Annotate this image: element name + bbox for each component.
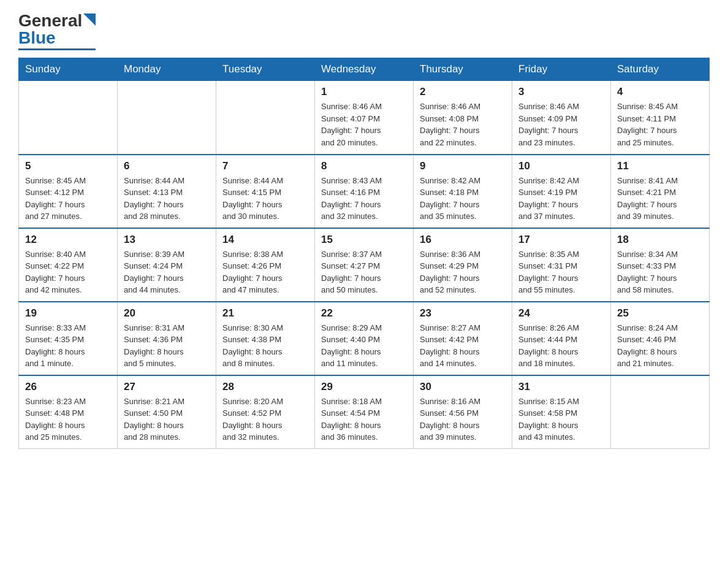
day-number: 18 <box>617 234 703 246</box>
calendar-cell: 24Sunrise: 8:26 AM Sunset: 4:44 PM Dayli… <box>512 302 611 375</box>
day-number: 30 <box>420 381 506 393</box>
calendar-cell: 9Sunrise: 8:42 AM Sunset: 4:18 PM Daylig… <box>414 155 512 228</box>
calendar-cell: 19Sunrise: 8:33 AM Sunset: 4:35 PM Dayli… <box>19 302 118 375</box>
column-header-thursday: Thursday <box>414 58 512 81</box>
day-info: Sunrise: 8:16 AM Sunset: 4:56 PM Dayligh… <box>420 396 506 443</box>
day-number: 3 <box>518 86 604 98</box>
day-info: Sunrise: 8:33 AM Sunset: 4:35 PM Dayligh… <box>25 322 111 370</box>
logo-text-blue: Blue <box>18 29 56 47</box>
calendar-cell <box>118 81 216 155</box>
calendar-week-row: 1Sunrise: 8:46 AM Sunset: 4:07 PM Daylig… <box>19 81 710 155</box>
day-info: Sunrise: 8:46 AM Sunset: 4:09 PM Dayligh… <box>518 101 604 148</box>
day-info: Sunrise: 8:41 AM Sunset: 4:21 PM Dayligh… <box>617 175 703 223</box>
calendar-cell: 15Sunrise: 8:37 AM Sunset: 4:27 PM Dayli… <box>315 228 414 302</box>
day-number: 19 <box>25 307 111 320</box>
day-number: 25 <box>617 307 703 320</box>
day-number: 26 <box>25 381 111 393</box>
column-header-sunday: Sunday <box>19 58 118 81</box>
calendar-cell <box>19 81 118 155</box>
page-header: General Blue <box>18 12 710 50</box>
calendar-cell: 2Sunrise: 8:46 AM Sunset: 4:08 PM Daylig… <box>414 81 512 155</box>
day-info: Sunrise: 8:45 AM Sunset: 4:12 PM Dayligh… <box>25 175 111 223</box>
calendar-week-row: 19Sunrise: 8:33 AM Sunset: 4:35 PM Dayli… <box>19 302 710 375</box>
calendar-cell: 30Sunrise: 8:16 AM Sunset: 4:56 PM Dayli… <box>414 375 512 449</box>
logo-underline <box>18 48 96 50</box>
column-header-saturday: Saturday <box>611 58 710 81</box>
day-number: 31 <box>518 381 604 393</box>
calendar-cell <box>216 81 315 155</box>
day-info: Sunrise: 8:29 AM Sunset: 4:40 PM Dayligh… <box>321 322 407 370</box>
calendar-cell: 16Sunrise: 8:36 AM Sunset: 4:29 PM Dayli… <box>414 228 512 302</box>
day-info: Sunrise: 8:26 AM Sunset: 4:44 PM Dayligh… <box>518 322 604 370</box>
calendar-cell: 17Sunrise: 8:35 AM Sunset: 4:31 PM Dayli… <box>512 228 611 302</box>
day-info: Sunrise: 8:42 AM Sunset: 4:18 PM Dayligh… <box>420 175 506 223</box>
day-number: 20 <box>124 307 210 320</box>
day-number: 2 <box>420 86 506 98</box>
day-info: Sunrise: 8:39 AM Sunset: 4:24 PM Dayligh… <box>124 248 210 296</box>
day-number: 13 <box>124 234 210 246</box>
day-info: Sunrise: 8:23 AM Sunset: 4:48 PM Dayligh… <box>25 396 111 443</box>
day-info: Sunrise: 8:45 AM Sunset: 4:11 PM Dayligh… <box>617 101 703 148</box>
calendar-cell: 10Sunrise: 8:42 AM Sunset: 4:19 PM Dayli… <box>512 155 611 228</box>
calendar-cell: 20Sunrise: 8:31 AM Sunset: 4:36 PM Dayli… <box>118 302 216 375</box>
day-info: Sunrise: 8:30 AM Sunset: 4:38 PM Dayligh… <box>222 322 308 370</box>
logo-triangle-icon <box>83 13 96 26</box>
day-info: Sunrise: 8:18 AM Sunset: 4:54 PM Dayligh… <box>321 396 407 443</box>
calendar-cell: 7Sunrise: 8:44 AM Sunset: 4:15 PM Daylig… <box>216 155 315 228</box>
day-number: 15 <box>321 234 407 246</box>
day-info: Sunrise: 8:35 AM Sunset: 4:31 PM Dayligh… <box>518 248 604 296</box>
day-info: Sunrise: 8:40 AM Sunset: 4:22 PM Dayligh… <box>25 248 111 296</box>
day-info: Sunrise: 8:43 AM Sunset: 4:16 PM Dayligh… <box>321 175 407 223</box>
day-number: 1 <box>321 86 407 98</box>
day-info: Sunrise: 8:46 AM Sunset: 4:08 PM Dayligh… <box>420 101 506 148</box>
day-number: 22 <box>321 307 407 320</box>
day-info: Sunrise: 8:44 AM Sunset: 4:15 PM Dayligh… <box>222 175 308 223</box>
calendar-cell: 25Sunrise: 8:24 AM Sunset: 4:46 PM Dayli… <box>611 302 710 375</box>
day-info: Sunrise: 8:21 AM Sunset: 4:50 PM Dayligh… <box>124 396 210 443</box>
day-number: 17 <box>518 234 604 246</box>
day-info: Sunrise: 8:24 AM Sunset: 4:46 PM Dayligh… <box>617 322 703 370</box>
day-number: 7 <box>222 160 308 172</box>
calendar-header-row: SundayMondayTuesdayWednesdayThursdayFrid… <box>19 58 710 81</box>
calendar-week-row: 5Sunrise: 8:45 AM Sunset: 4:12 PM Daylig… <box>19 155 710 228</box>
day-info: Sunrise: 8:20 AM Sunset: 4:52 PM Dayligh… <box>222 396 308 443</box>
column-header-wednesday: Wednesday <box>315 58 414 81</box>
day-number: 29 <box>321 381 407 393</box>
day-number: 27 <box>124 381 210 393</box>
calendar-week-row: 26Sunrise: 8:23 AM Sunset: 4:48 PM Dayli… <box>19 375 710 449</box>
day-number: 21 <box>222 307 308 320</box>
calendar-cell: 4Sunrise: 8:45 AM Sunset: 4:11 PM Daylig… <box>611 81 710 155</box>
calendar-cell: 8Sunrise: 8:43 AM Sunset: 4:16 PM Daylig… <box>315 155 414 228</box>
day-number: 6 <box>124 160 210 172</box>
day-info: Sunrise: 8:42 AM Sunset: 4:19 PM Dayligh… <box>518 175 604 223</box>
column-header-monday: Monday <box>118 58 216 81</box>
calendar-cell: 12Sunrise: 8:40 AM Sunset: 4:22 PM Dayli… <box>19 228 118 302</box>
day-info: Sunrise: 8:36 AM Sunset: 4:29 PM Dayligh… <box>420 248 506 296</box>
day-number: 16 <box>420 234 506 246</box>
calendar-cell: 14Sunrise: 8:38 AM Sunset: 4:26 PM Dayli… <box>216 228 315 302</box>
calendar-cell: 1Sunrise: 8:46 AM Sunset: 4:07 PM Daylig… <box>315 81 414 155</box>
day-info: Sunrise: 8:37 AM Sunset: 4:27 PM Dayligh… <box>321 248 407 296</box>
day-number: 8 <box>321 160 407 172</box>
calendar-cell: 29Sunrise: 8:18 AM Sunset: 4:54 PM Dayli… <box>315 375 414 449</box>
day-number: 28 <box>222 381 308 393</box>
day-number: 5 <box>25 160 111 172</box>
logo-text-black: General <box>18 12 82 29</box>
day-number: 10 <box>518 160 604 172</box>
calendar-cell: 31Sunrise: 8:15 AM Sunset: 4:58 PM Dayli… <box>512 375 611 449</box>
calendar-cell: 23Sunrise: 8:27 AM Sunset: 4:42 PM Dayli… <box>414 302 512 375</box>
day-info: Sunrise: 8:44 AM Sunset: 4:13 PM Dayligh… <box>124 175 210 223</box>
day-info: Sunrise: 8:46 AM Sunset: 4:07 PM Dayligh… <box>321 101 407 148</box>
calendar-cell: 27Sunrise: 8:21 AM Sunset: 4:50 PM Dayli… <box>118 375 216 449</box>
day-number: 4 <box>617 86 703 98</box>
calendar-cell: 5Sunrise: 8:45 AM Sunset: 4:12 PM Daylig… <box>19 155 118 228</box>
day-number: 11 <box>617 160 703 172</box>
calendar-table: SundayMondayTuesdayWednesdayThursdayFrid… <box>18 58 710 449</box>
calendar-week-row: 12Sunrise: 8:40 AM Sunset: 4:22 PM Dayli… <box>19 228 710 302</box>
day-info: Sunrise: 8:15 AM Sunset: 4:58 PM Dayligh… <box>518 396 604 443</box>
column-header-friday: Friday <box>512 58 611 81</box>
calendar-cell: 3Sunrise: 8:46 AM Sunset: 4:09 PM Daylig… <box>512 81 611 155</box>
calendar-cell: 26Sunrise: 8:23 AM Sunset: 4:48 PM Dayli… <box>19 375 118 449</box>
calendar-cell: 18Sunrise: 8:34 AM Sunset: 4:33 PM Dayli… <box>611 228 710 302</box>
day-info: Sunrise: 8:27 AM Sunset: 4:42 PM Dayligh… <box>420 322 506 370</box>
